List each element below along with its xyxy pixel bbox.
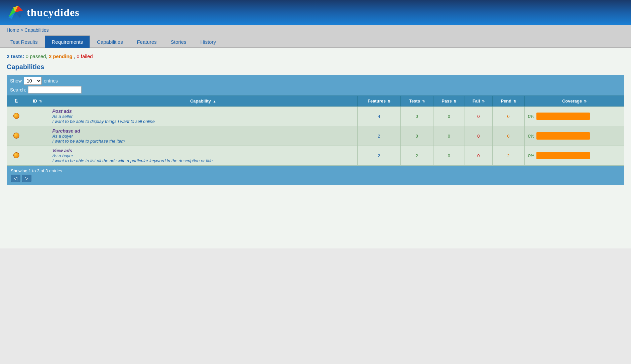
id-cell	[26, 126, 49, 146]
features-cell: 4	[358, 107, 401, 126]
col-capability[interactable]: Capability ▲	[49, 96, 358, 107]
fail-cell: 0	[465, 146, 492, 166]
capability-cell: Post ads As a seller I want to be able t…	[49, 107, 358, 126]
coverage-cell: 0%	[524, 146, 624, 166]
coverage-cell: 0%	[524, 126, 624, 146]
coverage-bar	[536, 132, 590, 140]
pend-cell: 0	[492, 107, 524, 126]
status-dot	[13, 113, 19, 119]
status-dot	[13, 133, 19, 139]
failed-count: 0 failed	[77, 53, 93, 59]
fail-cell: 0	[465, 126, 492, 146]
next-page-button[interactable]: ▷	[22, 175, 31, 182]
col-fail[interactable]: Fail ⇅	[465, 96, 492, 107]
entries-select[interactable]: 10 25 50 100	[24, 77, 42, 85]
col-sort[interactable]: ⇅	[7, 96, 26, 107]
show-label: Show	[10, 78, 22, 83]
fail-cell: 0	[465, 107, 492, 126]
pagination-arrows: ◁ ▷	[11, 175, 620, 182]
search-input[interactable]	[28, 86, 82, 94]
passed-count: 0 passed,	[26, 53, 47, 59]
capability-actor: As a seller	[52, 114, 354, 119]
capabilities-table: ⇅ ID ⇅ Capability ▲ Features ⇅ Tests ⇅ P…	[7, 96, 624, 166]
coverage-pct: 0%	[528, 153, 534, 158]
pend-cell: 0	[492, 126, 524, 146]
capability-name[interactable]: View ads	[52, 148, 354, 153]
coverage-bar	[536, 113, 590, 120]
capability-desc: I want to be able to display things I wa…	[52, 119, 354, 124]
capability-actor: As a buyer	[52, 153, 354, 158]
tests-cell: 0	[400, 107, 433, 126]
status-cell	[7, 126, 26, 146]
breadcrumb-separator: >	[20, 27, 23, 33]
coverage-bar	[536, 152, 590, 159]
entries-label: entries	[44, 78, 58, 83]
pass-cell: 0	[433, 107, 465, 126]
tab-features[interactable]: Features	[130, 35, 164, 48]
features-cell: 2	[358, 126, 401, 146]
capability-cell: View ads As a buyer I want to be able to…	[49, 146, 358, 166]
section-title: Capabilities	[7, 63, 624, 71]
status-cell	[7, 107, 26, 126]
logo-area: thucydides	[7, 4, 80, 21]
breadcrumb: Home > Capabilities	[0, 25, 631, 35]
pass-cell: 0	[433, 146, 465, 166]
comma-sep: ,	[74, 53, 75, 59]
prev-page-button[interactable]: ◁	[11, 175, 20, 182]
app-header: thucydides	[0, 0, 631, 25]
features-cell: 2	[358, 146, 401, 166]
table-row: View ads As a buyer I want to be able to…	[7, 146, 624, 166]
capability-desc: I want to be able to list all the ads wi…	[52, 158, 354, 163]
search-label: Search:	[10, 87, 26, 93]
id-cell	[26, 146, 49, 166]
table-footer: Showing 1 to 3 of 3 entries ◁ ▷	[7, 166, 624, 185]
pass-cell: 0	[433, 126, 465, 146]
breadcrumb-current: Capabilities	[24, 27, 48, 33]
nav-tabs: Test Results Requirements Capabilities F…	[0, 35, 631, 48]
tab-capabilities[interactable]: Capabilities	[90, 35, 130, 48]
capability-desc: I want to be able to purchase the item	[52, 139, 354, 144]
coverage-pct: 0%	[528, 114, 534, 119]
id-cell	[26, 107, 49, 126]
col-pend[interactable]: Pend ⇅	[492, 96, 524, 107]
tab-test-results[interactable]: Test Results	[3, 35, 45, 48]
col-id[interactable]: ID ⇅	[26, 96, 49, 107]
show-entries-row: Show 10 25 50 100 entries	[10, 77, 621, 85]
capability-cell: Purchase ad As a buyer I want to be able…	[49, 126, 358, 146]
tab-requirements[interactable]: Requirements	[45, 35, 90, 48]
col-pass[interactable]: Pass ⇅	[433, 96, 465, 107]
coverage-pct: 0%	[528, 134, 534, 139]
capability-actor: As a buyer	[52, 134, 354, 139]
col-tests[interactable]: Tests ⇅	[400, 96, 433, 107]
col-features[interactable]: Features ⇅	[358, 96, 401, 107]
tests-cell: 2	[400, 146, 433, 166]
breadcrumb-home[interactable]: Home	[7, 27, 19, 33]
status-dot	[13, 152, 19, 158]
table-row: Purchase ad As a buyer I want to be able…	[7, 126, 624, 146]
tab-stories[interactable]: Stories	[164, 35, 194, 48]
pend-cell: 2	[492, 146, 524, 166]
app-title: thucydides	[27, 6, 80, 19]
table-header-row: ⇅ ID ⇅ Capability ▲ Features ⇅ Tests ⇅ P…	[7, 96, 624, 107]
pending-label: pending	[53, 53, 72, 59]
coverage-cell: 0%	[524, 107, 624, 126]
table-controls: Show 10 25 50 100 entries Search:	[7, 75, 624, 96]
tab-history[interactable]: History	[194, 35, 223, 48]
search-row: Search:	[10, 86, 621, 94]
pending-count: 2	[49, 53, 51, 59]
tests-label: 2 tests:	[7, 53, 24, 59]
capability-name[interactable]: Purchase ad	[52, 128, 354, 134]
col-coverage[interactable]: Coverage ⇅	[524, 96, 624, 107]
summary-line: 2 tests: 0 passed, 2 pending , 0 failed	[7, 53, 624, 59]
tests-cell: 0	[400, 126, 433, 146]
logo-icon	[7, 4, 23, 21]
status-cell	[7, 146, 26, 166]
showing-text: Showing 1 to 3 of 3 entries	[11, 168, 620, 173]
capability-name[interactable]: Post ads	[52, 109, 354, 114]
main-content: 2 tests: 0 passed, 2 pending , 0 failed …	[0, 48, 631, 248]
table-row: Post ads As a seller I want to be able t…	[7, 107, 624, 126]
